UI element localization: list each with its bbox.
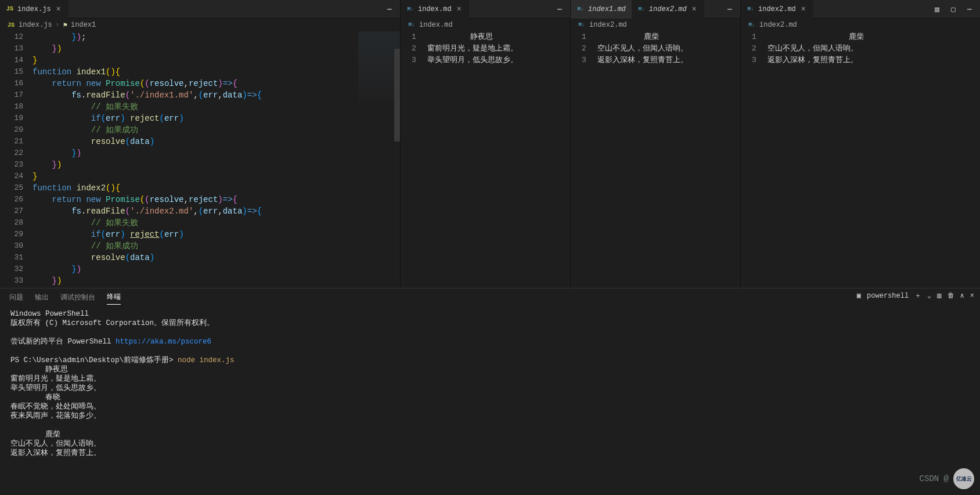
tab-index1-md[interactable]: M↓ index1.md [571, 0, 632, 19]
layout-icon[interactable]: ▢ [947, 3, 959, 15]
close-panel-icon[interactable]: × [970, 292, 974, 300]
scrollbar-v[interactable] [394, 49, 400, 142]
md-text[interactable]: 鹿柴空山不见人，但闻人语响。返影入深林，复照青苔上。 [768, 31, 980, 288]
tabbar-g4: M↓ index2.md × ▥ ▢ ⋯ [741, 0, 980, 19]
panel-actions: ▣ powershell ＋ ⌄ ▥ 🗑 ∧ × [857, 291, 974, 301]
breadcrumb[interactable]: M↓ index2.md [571, 19, 740, 31]
close-icon[interactable]: × [799, 5, 808, 13]
terminal-body[interactable]: Windows PowerShell 版权所有 (C) Microsoft Co… [0, 306, 980, 461]
md-file-icon: M↓ [747, 5, 755, 13]
close-icon[interactable]: × [55, 5, 63, 13]
panel-tabs: 问题输出调试控制台终端 [0, 288, 980, 306]
breadcrumb[interactable]: JS index.js › ⚑ index1 [0, 19, 400, 31]
tab-label: index2.md [649, 5, 687, 13]
md-editor[interactable]: 123 鹿柴空山不见人，但闻人语响。返影入深林，复照青苔上。 [741, 31, 980, 288]
md-editor[interactable]: 123 鹿柴空山不见人，但闻人语响。返影入深林，复照青苔上。 [571, 31, 740, 288]
logo-icon: 亿速云 [953, 468, 974, 489]
md-file-icon: M↓ [578, 21, 586, 29]
tab-label: index2.md [758, 5, 796, 13]
panel-tab-2[interactable]: 调试控制台 [60, 290, 95, 305]
tab-label: index.js [17, 5, 51, 13]
chevron-down-icon[interactable]: ⌄ [927, 291, 931, 300]
terminal-icon: ▣ [857, 291, 861, 300]
csdn-text: CSDN @ [920, 474, 949, 483]
md-file-icon: M↓ [577, 5, 585, 13]
breadcrumb[interactable]: M↓ index.md [401, 19, 570, 31]
line-gutter: 123 [571, 31, 597, 288]
bc-file: index.md [419, 21, 453, 29]
panel-tab-1[interactable]: 输出 [35, 290, 49, 305]
md-file-icon: M↓ [408, 21, 416, 29]
md-file-icon: M↓ [748, 21, 756, 29]
tab-index2-md[interactable]: M↓ index2.md × [741, 0, 813, 19]
bc-file: index2.md [759, 21, 797, 29]
js-file-icon: JS [6, 5, 14, 13]
code-area[interactable]: }); })}function index1(){ return new Pro… [33, 31, 400, 288]
line-gutter: 123 [401, 31, 427, 288]
line-gutter: 1213141516171819202122232425262728293031… [0, 31, 33, 288]
watermark: CSDN @ 亿速云 [920, 468, 974, 489]
editor-group-3: M↓ index1.md M↓ index2.md × ⋯ M↓ index2.… [571, 0, 741, 288]
more-icon[interactable]: ⋯ [724, 3, 736, 15]
md-text[interactable]: 静夜思窗前明月光，疑是地上霜。举头望明月，低头思故乡。 [427, 31, 570, 288]
tab-index-md[interactable]: M↓ index.md × [401, 0, 469, 19]
function-symbol-icon: ⚑ [63, 21, 67, 30]
split-terminal-icon[interactable]: ▥ [937, 291, 941, 300]
maximize-icon[interactable]: ∧ [960, 291, 964, 300]
bc-file: index2.md [589, 21, 627, 29]
editor-group-4: M↓ index2.md × ▥ ▢ ⋯ M↓ index2.md 123 鹿柴… [741, 0, 980, 288]
more-icon[interactable]: ⋯ [384, 3, 395, 15]
close-icon[interactable]: × [455, 5, 463, 13]
tab-label: index1.md [588, 5, 626, 13]
tab-actions: ⋯ [379, 3, 400, 15]
js-file-icon: JS [7, 21, 15, 29]
editor-group-2: M↓ index.md × ⋯ M↓ index.md 123 静夜思窗前明月光… [401, 0, 571, 288]
code-editor[interactable]: 1213141516171819202122232425262728293031… [0, 31, 400, 288]
close-icon[interactable]: × [690, 5, 698, 13]
line-gutter: 123 [741, 31, 768, 288]
md-text[interactable]: 鹿柴空山不见人，但闻人语响。返影入深林，复照青苔上。 [597, 31, 740, 288]
plus-icon[interactable]: ＋ [914, 291, 921, 301]
tab-index-js[interactable]: JS index.js × [0, 0, 69, 19]
tabbar-g1: JS index.js × ⋯ [0, 0, 400, 19]
tabbar-g2: M↓ index.md × ⋯ [401, 0, 570, 19]
shell-name[interactable]: powershell [867, 292, 909, 300]
panel-tab-0[interactable]: 问题 [9, 290, 23, 305]
tab-index2-md[interactable]: M↓ index2.md × [632, 0, 704, 19]
tab-actions: ▥ ▢ ⋯ [927, 3, 980, 15]
more-icon[interactable]: ⋯ [554, 3, 565, 15]
panel-tab-3[interactable]: 终端 [107, 290, 121, 305]
editor-group-1: JS index.js × ⋯ JS index.js › ⚑ index1 1… [0, 0, 401, 288]
tab-label: index.md [418, 5, 452, 13]
md-editor[interactable]: 123 静夜思窗前明月光，疑是地上霜。举头望明月，低头思故乡。 [401, 31, 570, 288]
tabbar-g3: M↓ index1.md M↓ index2.md × ⋯ [571, 0, 740, 19]
bc-symbol: index1 [71, 21, 96, 29]
more-icon[interactable]: ⋯ [964, 3, 975, 15]
split-icon[interactable]: ▥ [931, 3, 943, 15]
editor-groups: JS index.js × ⋯ JS index.js › ⚑ index1 1… [0, 0, 980, 288]
md-file-icon: M↓ [637, 5, 646, 13]
md-file-icon: M↓ [406, 5, 415, 13]
chevron-right-icon: › [56, 21, 60, 29]
bc-file: index.js [19, 21, 52, 29]
breadcrumb[interactable]: M↓ index2.md [741, 19, 980, 31]
bottom-panel: 问题输出调试控制台终端 ▣ powershell ＋ ⌄ ▥ 🗑 ∧ × Win… [0, 288, 980, 495]
trash-icon[interactable]: 🗑 [947, 291, 954, 300]
